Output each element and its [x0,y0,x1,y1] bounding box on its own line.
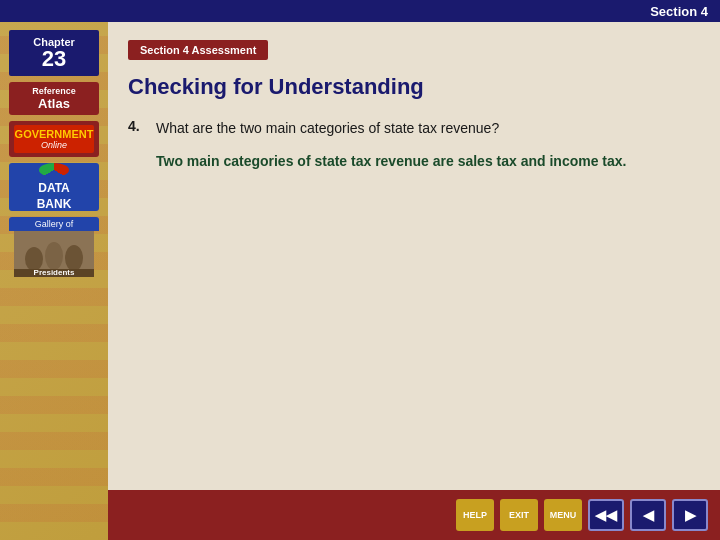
govt-online-text: Online [15,140,94,150]
bottom-navigation: HELP EXIT MENU ◀◀ ◀ ▶ [108,490,720,540]
answer-block: Two main categories of state tax revenue… [156,151,696,173]
databank-icon [39,163,69,177]
sidebar-item-govt[interactable]: GOVERNMENT Online [9,121,99,157]
atlas-text: Atlas [11,96,97,111]
govt-inner: GOVERNMENT Online [14,125,94,153]
chapter-box: Chapter 23 [9,30,99,76]
question-text: What are the two main categories of stat… [156,118,499,139]
gallery-image: Presidents [14,231,94,277]
question-block: 4. What are the two main categories of s… [128,118,696,139]
svg-text:Presidents: Presidents [34,268,75,277]
top-bar: Section 4 [0,0,720,22]
gallery-of-label: Gallery of [9,217,99,231]
question-number: 4. [128,118,148,139]
govt-text: GOVERNMENT [15,128,94,140]
section-badge: Section 4 Assessment [128,40,268,60]
svg-point-2 [45,242,63,270]
menu-button[interactable]: MENU [544,499,582,531]
data-label: DATA [38,181,70,195]
main-content: Section 4 Assessment Checking for Unders… [108,22,720,490]
answer-text: Two main categories of state tax revenue… [156,153,626,169]
bank-label: BANK [37,197,72,211]
page-title: Checking for Understanding [128,74,696,100]
prev-prev-button[interactable]: ◀◀ [588,499,624,531]
sidebar: Chapter 23 Reference Atlas GOVERNMENT On… [0,22,108,540]
help-button[interactable]: HELP [456,499,494,531]
section-label: Section 4 [650,4,708,19]
reference-text: Reference [11,86,97,96]
sidebar-item-databank[interactable]: DATA BANK [9,163,99,211]
prev-button[interactable]: ◀ [630,499,666,531]
sidebar-item-gallery[interactable]: Gallery of Presidents [9,217,99,277]
next-button[interactable]: ▶ [672,499,708,531]
chapter-number: 23 [13,48,95,70]
exit-button[interactable]: EXIT [500,499,538,531]
sidebar-item-atlas[interactable]: Reference Atlas [9,82,99,115]
